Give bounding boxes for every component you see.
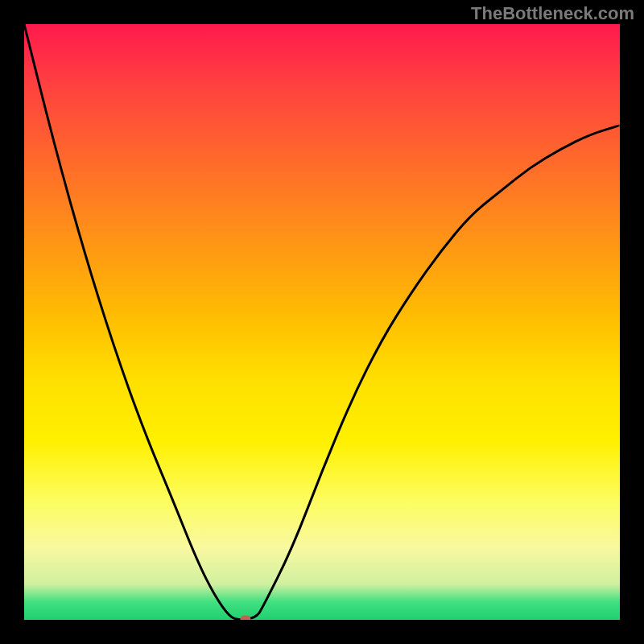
minimum-marker bbox=[241, 616, 251, 621]
curve-path bbox=[24, 24, 620, 620]
watermark-label: TheBottleneck.com bbox=[471, 3, 634, 24]
bottleneck-curve bbox=[24, 24, 620, 620]
plot-area bbox=[24, 24, 620, 620]
